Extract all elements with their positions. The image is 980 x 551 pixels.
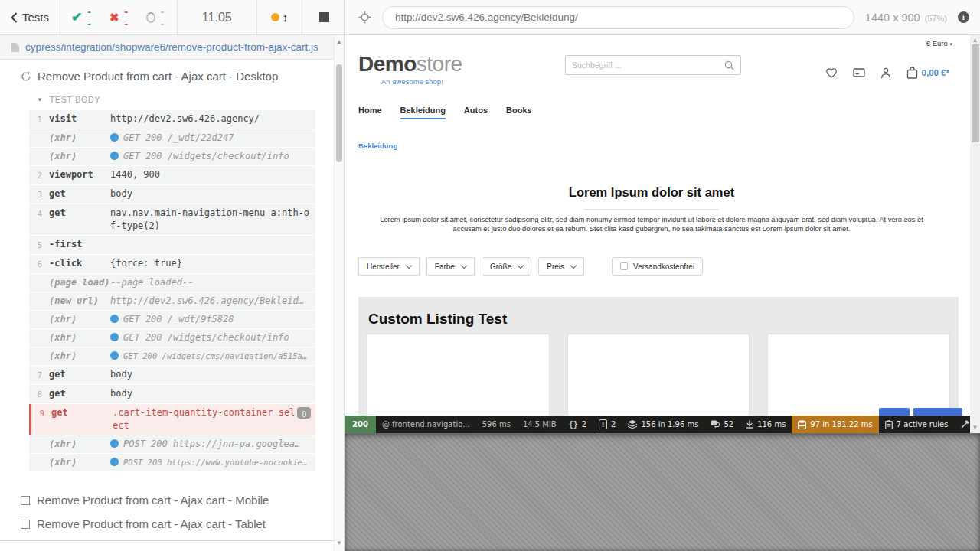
passed-count: --	[87, 5, 91, 30]
command-method: get	[51, 406, 113, 432]
command-number: 2	[29, 168, 49, 182]
command-message: GET 200 /_wdt/22d247	[110, 132, 311, 145]
refresh-icon	[21, 71, 31, 82]
command-row[interactable]: (xhr) GET 200 /_wdt/9f5828	[29, 311, 315, 328]
http-status-badge[interactable]: 200	[345, 416, 376, 433]
command-row[interactable]: 1 visit http://dev2.sw6.426.agency/	[29, 110, 315, 129]
pending-test-item[interactable]: Remove Product from cart - Ajax cart - M…	[0, 488, 344, 512]
command-row[interactable]: 3 get body	[29, 185, 315, 204]
payment-button[interactable]	[853, 68, 865, 77]
nav-item[interactable]: Home	[358, 106, 382, 119]
failed-count: --	[125, 5, 129, 30]
nav-item[interactable]: Bekleidung	[400, 106, 446, 119]
command-message: nav.nav.main-navigation-menu a:nth-of-ty…	[110, 207, 311, 233]
command-row[interactable]: 4 get nav.nav.main-navigation-menu a:nth…	[29, 204, 315, 235]
spec-file-link[interactable]: cypress/integration/shopware6/remove-pro…	[25, 41, 318, 53]
command-row[interactable]: 6 -click {force: true}	[29, 255, 315, 273]
stop-button[interactable]	[319, 12, 329, 22]
scroll-up-arrow-icon[interactable]: ▲	[970, 37, 980, 44]
rules-panel[interactable]: 7 active rules	[879, 416, 955, 433]
checkbox-icon	[21, 496, 30, 505]
command-row[interactable]: (xhr) GET 200 /widgets/checkout/info	[29, 148, 315, 165]
exclamation-icon: !	[599, 419, 607, 429]
filter-dropdown[interactable]: Farbe	[426, 257, 475, 276]
command-message: http://dev2.sw6.426.agency/Bekleid…	[110, 295, 311, 308]
twig-panel[interactable]: {} 2	[563, 416, 593, 433]
command-row[interactable]: 7 get body	[29, 366, 315, 384]
scroll-down-arrow-icon[interactable]: ▼	[970, 424, 980, 431]
search-icon[interactable]	[724, 60, 734, 70]
command-row[interactable]: 9 get .cart-item-quantity-container sele…	[29, 404, 315, 435]
account-button[interactable]	[880, 67, 891, 79]
test-body-label: TEST BODY	[50, 95, 101, 104]
checkbox-icon[interactable]	[620, 262, 628, 270]
wishlist-button[interactable]	[825, 67, 838, 78]
command-row[interactable]: (xhr) POST 200 https://jnn-pa.googlea…	[29, 435, 315, 453]
app-scrollbar[interactable]: ▲ ▼	[970, 35, 980, 433]
cart-button[interactable]: 0,00 €*	[906, 67, 949, 79]
nav-item[interactable]: Autos	[464, 106, 488, 119]
xhr-dot-icon	[110, 133, 119, 142]
pending-test-item[interactable]: Remove Product from cart - Ajax cart - T…	[0, 512, 344, 536]
command-message: {force: true}	[110, 257, 311, 271]
cypress-runner-window: Tests ✔ -- ✖ -- -- 11.05	[0, 0, 980, 551]
store-logo[interactable]: Demostore	[358, 52, 462, 77]
command-row[interactable]: 2 viewport 1440, 900	[29, 166, 315, 184]
command-row[interactable]: (new url) http://dev2.sw6.426.agency/Bek…	[29, 292, 315, 310]
translations-panel[interactable]: 52	[704, 416, 740, 433]
active-test-title[interactable]: Remove Product from cart - Ajax cart - D…	[0, 60, 344, 89]
test-body-toggle[interactable]: ▼ TEST BODY	[0, 89, 344, 109]
command-row[interactable]: 8 get body	[29, 385, 315, 403]
currency-dropdown[interactable]: € Euro ▾	[926, 39, 952, 47]
command-message: --page loaded--	[110, 276, 311, 289]
command-row[interactable]: (xhr) POST 200 https://www.youtube-nocoo…	[29, 454, 315, 471]
reporter-scrollbar[interactable]: ▲ ▼	[334, 35, 344, 551]
command-row[interactable]: (xhr) GET 200 /widgets/checkout/info	[29, 329, 315, 347]
scroll-down-arrow-icon[interactable]: ▼	[335, 540, 344, 546]
ajax-panel[interactable]: 116 ms	[740, 416, 792, 433]
database-panel[interactable]: 156 in 1.96 ms	[622, 416, 704, 433]
request-time[interactable]: 596 ms	[476, 416, 517, 433]
scrollbar-thumb[interactable]	[336, 64, 342, 162]
command-row[interactable]: (xhr) GET 200 /_wdt/22d247	[29, 129, 315, 147]
command-method: get	[49, 387, 110, 401]
consent-button[interactable]	[913, 408, 962, 416]
download-arrow-icon	[746, 420, 753, 429]
element-count-badge: 0	[297, 407, 311, 419]
viewport-info-icon[interactable]: i	[958, 11, 969, 23]
selector-playground-icon[interactable]	[358, 11, 371, 24]
auto-scroll-toggle[interactable]: ↕	[257, 0, 303, 34]
route-name[interactable]: @ frontend.navigatio...	[376, 416, 476, 433]
command-message: GET 200 /_wdt/9f5828	[110, 313, 311, 326]
command-number	[29, 295, 49, 308]
spec-file-header: cypress/integration/shopware6/remove-pro…	[0, 35, 344, 60]
breadcrumb[interactable]: Bekleidung	[358, 142, 397, 150]
command-number	[29, 456, 49, 469]
xhr-dot-icon	[110, 458, 119, 466]
back-to-tests-button[interactable]: Tests	[11, 11, 49, 24]
command-message: 1440, 900	[110, 168, 311, 182]
shopping-bag-icon	[906, 67, 918, 79]
filter-label: Größe	[490, 262, 511, 271]
filter-dropdown[interactable]: Größe	[482, 257, 531, 276]
search-input[interactable]	[566, 60, 724, 70]
filter-label: Preis	[547, 262, 564, 271]
chevron-down-icon	[406, 262, 412, 268]
nav-item[interactable]: Books	[506, 106, 532, 119]
pending-test-label: Remove Product from cart - Ajax cart - T…	[37, 517, 266, 530]
filter-dropdown[interactable]: Preis	[538, 257, 584, 276]
consent-button[interactable]	[879, 408, 910, 416]
command-number: 3	[29, 187, 49, 201]
memory-usage[interactable]: 14.5 MiB	[517, 416, 563, 433]
filter-dropdown[interactable]: Hersteller	[358, 257, 420, 276]
command-row[interactable]: 5 -first	[29, 236, 315, 254]
cache-panel[interactable]: 97 in 181.22 ms	[792, 416, 878, 433]
url-input[interactable]	[382, 6, 854, 29]
command-row[interactable]: (page load) --page loaded--	[29, 274, 315, 292]
scroll-up-arrow-icon[interactable]: ▲	[335, 38, 344, 45]
command-row[interactable]: (xhr) GET 200 /widgets/cms/navigation/a5…	[29, 347, 315, 365]
free-shipping-filter[interactable]: Versandkostenfrei	[612, 257, 703, 276]
scrollbar-thumb[interactable]	[972, 44, 979, 142]
command-message	[110, 238, 311, 252]
exceptions-panel[interactable]: ! 2	[593, 416, 622, 433]
